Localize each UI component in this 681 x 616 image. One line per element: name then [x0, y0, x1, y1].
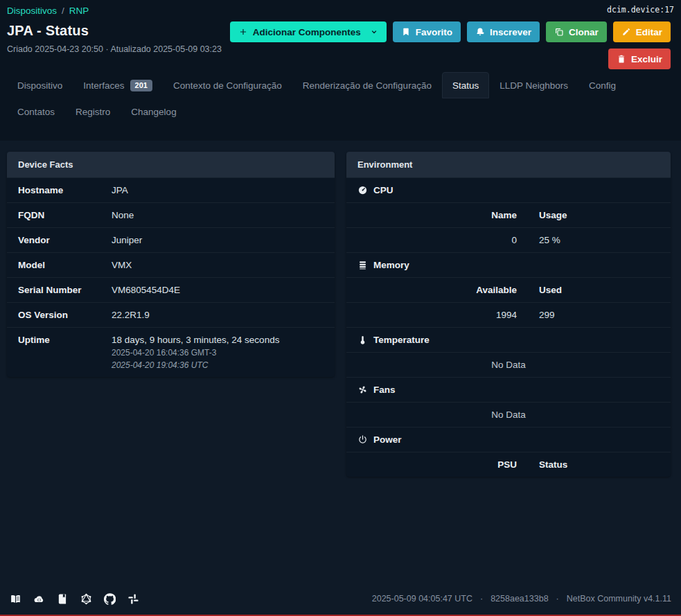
thermometer-icon — [357, 335, 368, 345]
cpu-col-usage: Usage — [528, 203, 671, 227]
github-icon — [104, 593, 116, 605]
table-row: Hostname JPA — [7, 177, 335, 202]
power-col-psu: PSU — [346, 452, 528, 477]
fact-value: Juniper — [112, 235, 324, 245]
tab-dispositivo[interactable]: Dispositivo — [7, 72, 73, 98]
temperature-no-data: No Data — [346, 352, 671, 377]
memory-data-row: 1994 299 — [346, 302, 671, 327]
memory-section-header: Memory — [346, 252, 671, 277]
fact-value: VMX — [112, 260, 324, 270]
environment-card: Environment CPU Name Usage 0 25 % Memory… — [346, 152, 671, 477]
tab-contexto-configuracao[interactable]: Contexto de Configuração — [163, 72, 292, 98]
tab-interfaces[interactable]: Interfaces 201 — [73, 72, 163, 98]
footer-meta: 2025-05-09 04:05:47 UTC · 8258aea133b8 ·… — [372, 594, 671, 604]
fact-value: JPA — [112, 185, 324, 195]
temperature-section-label: Temperature — [373, 335, 430, 345]
action-buttons: Adicionar Componentes Favorito Inscrever… — [230, 21, 671, 69]
fact-label: Hostname — [18, 185, 112, 195]
memory-available-value: 1994 — [346, 303, 528, 327]
action-buttons-row-1: Adicionar Componentes Favorito Inscrever… — [230, 21, 671, 42]
github-link[interactable] — [104, 593, 116, 605]
created-updated-text: Criado 2025-04-23 20:50 · Atualizado 202… — [7, 42, 265, 56]
bell-plus-icon — [475, 27, 485, 37]
main-content: Device Facts Hostname JPA FQDN None Vend… — [0, 141, 681, 616]
tab-contatos[interactable]: Contatos — [7, 98, 65, 125]
table-row-uptime: Uptime 18 days, 9 hours, 3 minutes, 24 s… — [7, 327, 335, 377]
fact-value: None — [112, 210, 324, 220]
graphql-link[interactable] — [80, 593, 92, 605]
uptime-duration: 18 days, 9 hours, 3 minutes, 24 seconds — [112, 335, 324, 345]
memory-col-used: Used — [528, 278, 671, 302]
power-section-label: Power — [373, 434, 402, 445]
favorite-button[interactable]: Favorito — [393, 21, 461, 42]
tab-status[interactable]: Status — [442, 72, 489, 98]
clone-button[interactable]: Clonar — [546, 21, 607, 42]
footer-timestamp: 2025-05-09 04:05:47 UTC — [372, 594, 472, 604]
uptime-value: 18 days, 9 hours, 3 minutes, 24 seconds … — [112, 335, 324, 370]
fact-label: Model — [18, 260, 112, 270]
tab-registro[interactable]: Registro — [65, 98, 121, 125]
api-docs-link[interactable] — [57, 593, 69, 605]
delete-label: Excluir — [631, 54, 662, 64]
edit-label: Editar — [636, 27, 662, 37]
slack-icon — [127, 593, 139, 605]
gauge-icon — [357, 185, 368, 195]
community-slack-link[interactable] — [127, 593, 139, 605]
footer-separator: · — [556, 594, 559, 604]
edit-button[interactable]: Editar — [613, 21, 671, 42]
footer-separator: · — [480, 594, 483, 604]
uptime-local-time: 2025-04-20 16:04:36 GMT-3 — [112, 348, 324, 358]
cpu-name-value: 0 — [346, 228, 528, 252]
tab-lldp-neighbors[interactable]: LLDP Neighbors — [489, 72, 578, 98]
book-icon — [57, 593, 69, 605]
tab-config[interactable]: Config — [578, 72, 626, 98]
clone-icon — [554, 27, 564, 37]
environment-title: Environment — [346, 152, 671, 177]
book-open-icon — [10, 593, 21, 605]
delete-button[interactable]: Excluir — [608, 49, 671, 69]
interfaces-count-badge: 201 — [130, 80, 152, 91]
power-col-status: Status — [528, 452, 671, 477]
docs-link[interactable] — [10, 593, 21, 605]
table-row: Serial Number VM6805454D4E — [7, 277, 335, 302]
page-footer: 2025-05-09 04:05:47 UTC · 8258aea133b8 ·… — [0, 583, 681, 615]
tab-renderizacao-configuracao[interactable]: Renderização de Configuração — [292, 72, 442, 98]
breadcrumb: Dispositivos/RNP — [7, 6, 671, 16]
trash-icon — [617, 54, 626, 64]
fan-icon — [357, 385, 368, 395]
pencil-icon — [621, 27, 631, 37]
action-buttons-row-2: Excluir — [608, 49, 671, 69]
memory-used-value: 299 — [528, 303, 671, 327]
cpu-data-row: 0 25 % — [346, 227, 671, 252]
cpu-usage-value: 25 % — [528, 228, 671, 252]
table-row: FQDN None — [7, 202, 335, 227]
tab-interfaces-label: Interfaces — [83, 80, 124, 91]
fact-value: VM6805454D4E — [112, 285, 324, 295]
add-components-button[interactable]: Adicionar Componentes — [230, 21, 387, 42]
rest-api-link[interactable] — [33, 593, 45, 605]
fact-label: FQDN — [18, 210, 112, 220]
add-components-label: Adicionar Componentes — [253, 27, 361, 37]
cpu-col-name: Name — [346, 203, 528, 227]
breadcrumb-devices-link[interactable]: Dispositivos — [7, 6, 57, 16]
device-facts-title: Device Facts — [7, 152, 335, 177]
memory-section-label: Memory — [373, 260, 409, 270]
fans-no-data: No Data — [346, 402, 671, 427]
table-row: Model VMX — [7, 252, 335, 277]
memory-icon — [357, 260, 368, 270]
fact-value: 22.2R1.9 — [112, 310, 324, 320]
fact-label: OS Version — [18, 310, 112, 320]
subscribe-button[interactable]: Inscrever — [467, 21, 540, 42]
subscribe-label: Inscrever — [490, 27, 531, 37]
footer-links — [10, 593, 139, 605]
tab-changelog[interactable]: Changelog — [121, 98, 186, 125]
fact-label: Vendor — [18, 235, 112, 245]
cloud-code-icon — [33, 593, 45, 605]
temperature-section-header: Temperature — [346, 327, 671, 352]
clone-label: Clonar — [569, 27, 599, 37]
footer-build-id: 8258aea133b8 — [490, 594, 548, 604]
tab-bar: Dispositivo Interfaces 201 Contexto de C… — [7, 72, 671, 125]
breadcrumb-site-link[interactable]: RNP — [69, 6, 89, 16]
device-facts-card: Device Facts Hostname JPA FQDN None Vend… — [7, 152, 335, 377]
fact-label: Uptime — [18, 335, 112, 370]
